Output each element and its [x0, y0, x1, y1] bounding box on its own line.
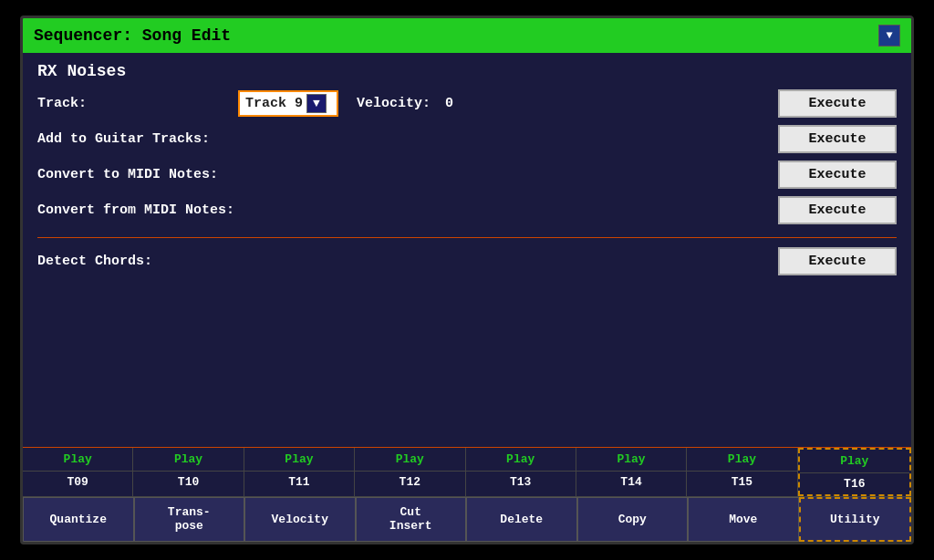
- convert-from-midi-label: Convert from MIDI Notes:: [37, 202, 238, 218]
- play-button-t14[interactable]: Play: [576, 448, 686, 472]
- track-buttons-row: PlayT09PlayT10PlayT11PlayT12PlayT13PlayT…: [23, 448, 911, 497]
- track-label-t14: T14: [620, 472, 641, 493]
- execute-button-1[interactable]: Execute: [778, 89, 897, 118]
- func-button-quantize[interactable]: Quantize: [23, 497, 134, 542]
- track-label-t16: T16: [844, 473, 865, 494]
- func-buttons-row: QuantizeTrans-poseVelocityCutInsertDelet…: [23, 497, 911, 542]
- bottom-area: PlayT09PlayT10PlayT11PlayT12PlayT13PlayT…: [23, 447, 911, 542]
- track-col-t14: PlayT14: [576, 448, 687, 496]
- track-col-t11: PlayT11: [244, 448, 355, 496]
- convert-to-midi-row: Convert to MIDI Notes: Execute: [37, 161, 897, 189]
- play-button-t10[interactable]: Play: [133, 448, 243, 472]
- convert-to-midi-label: Convert to MIDI Notes:: [37, 167, 238, 182]
- track-label-t11: T11: [288, 472, 309, 493]
- track-col-t12: PlayT12: [355, 448, 465, 496]
- execute-button-4[interactable]: Execute: [778, 196, 897, 224]
- velocity-value: 0: [445, 96, 472, 111]
- execute-button-detect[interactable]: Execute: [778, 247, 897, 275]
- func-button-velocity[interactable]: Velocity: [244, 497, 356, 542]
- func-button-trans-pose[interactable]: Trans-pose: [134, 497, 245, 542]
- track-row: Track: Track 9 ▼ Velocity: 0 Execute: [37, 89, 897, 118]
- func-button-utility[interactable]: Utility: [799, 497, 912, 542]
- play-button-t12[interactable]: Play: [355, 448, 464, 472]
- track-col-t10: PlayT10: [133, 448, 244, 496]
- play-button-t09[interactable]: Play: [23, 448, 132, 472]
- track-label-t15: T15: [732, 472, 752, 493]
- track-col-t13: PlayT13: [466, 448, 576, 496]
- guitar-tracks-label: Add to Guitar Tracks:: [37, 131, 238, 147]
- track-col-t09: PlayT09: [23, 448, 133, 496]
- convert-from-midi-row: Convert from MIDI Notes: Execute: [37, 196, 897, 224]
- main-content: RX Noises Track: Track 9 ▼ Velocity: 0 E…: [23, 53, 911, 447]
- divider: [37, 237, 897, 238]
- guitar-tracks-row: Add to Guitar Tracks: Execute: [37, 125, 897, 153]
- track-label: Track:: [37, 96, 238, 111]
- func-button-copy[interactable]: Copy: [577, 497, 689, 542]
- track-dropdown-arrow[interactable]: ▼: [306, 94, 327, 113]
- velocity-label: Velocity:: [357, 96, 431, 111]
- track-dropdown[interactable]: Track 9 ▼: [238, 90, 338, 117]
- title-text: Sequencer: Song Edit: [34, 26, 231, 45]
- func-button-move[interactable]: Move: [688, 497, 799, 542]
- execute-button-2[interactable]: Execute: [778, 125, 897, 153]
- track-col-t16: PlayT16: [798, 448, 911, 496]
- track-label-t10: T10: [178, 472, 199, 493]
- func-button-cut-insert[interactable]: CutInsert: [356, 497, 467, 542]
- track-value: Track 9: [245, 96, 303, 111]
- title-bar: Sequencer: Song Edit ▼: [23, 18, 911, 53]
- play-button-t16[interactable]: Play: [800, 450, 909, 473]
- execute-button-3[interactable]: Execute: [778, 161, 897, 189]
- play-button-t11[interactable]: Play: [244, 448, 354, 472]
- title-dropdown-arrow[interactable]: ▼: [878, 25, 900, 47]
- section-title: RX Noises: [37, 62, 897, 80]
- track-col-t15: PlayT15: [687, 448, 797, 496]
- track-label-t09: T09: [67, 472, 88, 493]
- screen: Sequencer: Song Edit ▼ RX Noises Track: …: [20, 16, 914, 544]
- play-button-t13[interactable]: Play: [466, 448, 576, 472]
- play-button-t15[interactable]: Play: [687, 448, 796, 472]
- func-button-delete[interactable]: Delete: [466, 497, 577, 542]
- track-label-t12: T12: [400, 472, 420, 493]
- detect-chords-row: Detect Chords: Execute: [37, 244, 897, 279]
- track-label-t13: T13: [510, 472, 531, 493]
- detect-chords-label: Detect Chords:: [37, 254, 238, 269]
